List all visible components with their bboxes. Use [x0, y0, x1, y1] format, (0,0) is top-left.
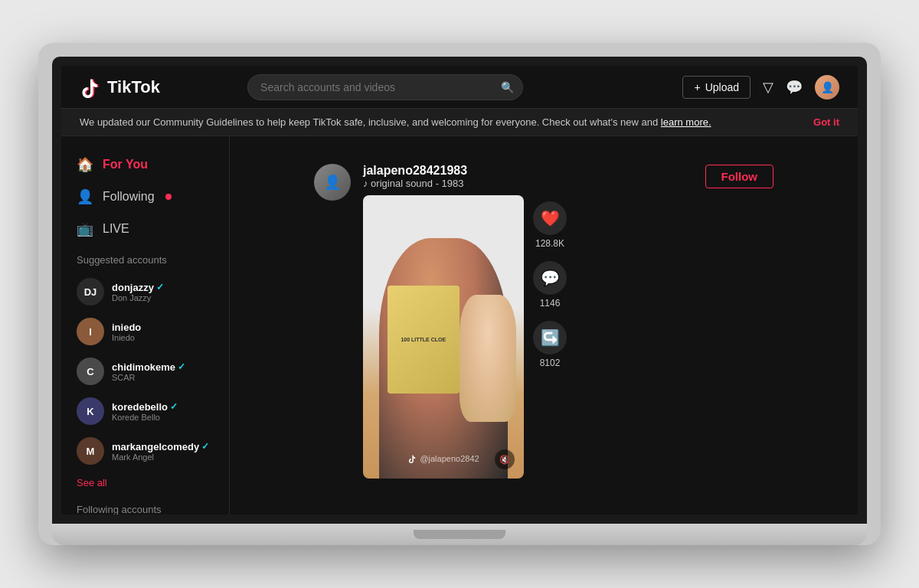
account-handle: Don Jazzy: [112, 293, 164, 302]
main-layout: 🏠 For You 👤 Following 📺 LIVE: [61, 136, 858, 514]
list-item[interactable]: M markangelcomedy ✓ Mark Angel: [61, 431, 229, 471]
for-you-label: For You: [103, 158, 148, 172]
see-all-button[interactable]: See all: [61, 471, 229, 495]
sidebar: 🏠 For You 👤 Following 📺 LIVE: [61, 136, 230, 514]
logo-text: TikTok: [107, 77, 160, 97]
upload-label: Upload: [705, 81, 739, 93]
verified-icon: ✓: [156, 282, 164, 292]
filter-icon[interactable]: ▽: [763, 79, 773, 96]
search-icon[interactable]: 🔍: [501, 81, 514, 93]
like-count: 128.8K: [535, 238, 564, 249]
screen-bezel: TikTok 🔍 + Upload ▽ 💬: [52, 57, 867, 524]
account-handle: Iniedo: [112, 333, 141, 342]
avatar: C: [77, 358, 104, 385]
avatar: DJ: [77, 278, 104, 305]
laptop-frame: TikTok 🔍 + Upload ▽ 💬: [38, 43, 881, 545]
user-avatar[interactable]: 👤: [815, 75, 839, 100]
share-count: 8102: [540, 358, 561, 368]
learn-more-link[interactable]: learn more.: [661, 116, 711, 128]
search-bar: 🔍: [247, 74, 523, 100]
content-area: 👤 jalapeno28421983 ♪ original so: [230, 136, 858, 514]
like-button[interactable]: ❤️ 128.8K: [533, 201, 567, 249]
following-accounts-title: Following accounts: [61, 495, 229, 514]
sidebar-item-following[interactable]: 👤 Following: [61, 181, 229, 213]
video-post: 👤 jalapeno28421983 ♪ original so: [314, 152, 773, 491]
account-name: chidimokeme ✓: [112, 361, 185, 373]
post-sound: ♪ original sound - 1983: [363, 178, 467, 189]
following-label: Following: [103, 190, 155, 204]
action-buttons: ❤️ 128.8K 💬 1146: [533, 195, 567, 479]
suggested-accounts-title: Suggested accounts: [61, 245, 229, 272]
book-prop: 100 LITTLE CLOE: [388, 286, 460, 394]
account-name: donjazzy ✓: [112, 282, 164, 293]
tiktok-app: TikTok 🔍 + Upload ▽ 💬: [61, 66, 858, 514]
notification-bar: We updated our Community Guidelines to h…: [61, 109, 858, 136]
header: TikTok 🔍 + Upload ▽ 💬: [61, 66, 858, 109]
laptop-base: [52, 524, 867, 545]
live-icon: 📺: [77, 220, 93, 237]
tiktok-watermark: @jalapeno2842: [407, 454, 479, 463]
mute-button[interactable]: 🔇: [495, 449, 515, 469]
list-item[interactable]: K koredebello ✓ Korede Bello: [61, 391, 229, 431]
upload-button[interactable]: + Upload: [682, 76, 751, 99]
header-actions: + Upload ▽ 💬 👤: [682, 75, 839, 100]
avatar: I: [77, 318, 104, 345]
account-handle: Mark Angel: [112, 452, 209, 462]
follow-button[interactable]: Follow: [705, 165, 774, 188]
messages-icon[interactable]: 💬: [786, 79, 803, 96]
avatar: K: [77, 397, 104, 425]
notification-text: We updated our Community Guidelines to h…: [80, 116, 711, 128]
tiktok-logo-icon: [80, 77, 101, 98]
account-name: iniedo: [112, 322, 141, 333]
verified-icon: ✓: [170, 401, 178, 412]
list-item[interactable]: I iniedo Iniedo: [61, 312, 229, 351]
post-avatar[interactable]: 👤: [314, 164, 351, 201]
share-button[interactable]: ↪️ 8102: [533, 321, 567, 368]
verified-icon: ✓: [178, 361, 185, 372]
tiktok-logo[interactable]: TikTok: [80, 77, 160, 98]
sidebar-item-live[interactable]: 📺 LIVE: [61, 213, 229, 245]
laptop-notch: [414, 530, 505, 539]
post-header: jalapeno28421983 ♪ original sound - 1983…: [363, 164, 773, 189]
got-it-button[interactable]: Got it: [813, 116, 839, 128]
tiktok-watermark-icon: [407, 454, 417, 463]
list-item[interactable]: C chidimokeme ✓ SCAR: [61, 351, 229, 391]
video-thumbnail[interactable]: 100 LITTLE CLOE: [363, 195, 524, 479]
account-name: markangelcomedy ✓: [112, 441, 209, 452]
comment-button[interactable]: 💬 1146: [533, 261, 567, 309]
account-handle: Korede Bello: [112, 413, 178, 422]
account-name: koredebello ✓: [112, 401, 178, 413]
live-label: LIVE: [103, 222, 129, 236]
comment-count: 1146: [540, 298, 561, 309]
following-badge: [165, 194, 172, 200]
home-icon: 🏠: [77, 156, 93, 173]
video-wrapper: 100 LITTLE CLOE: [363, 195, 773, 479]
feed-container: 👤 jalapeno28421983 ♪ original so: [314, 152, 773, 499]
post-username[interactable]: jalapeno28421983: [363, 164, 467, 178]
upload-prefix: +: [694, 81, 700, 93]
search-input[interactable]: [247, 74, 523, 100]
list-item[interactable]: DJ donjazzy ✓ Don Jazzy: [61, 272, 229, 312]
avatar: M: [77, 437, 104, 465]
following-icon: 👤: [77, 188, 93, 205]
account-handle: SCAR: [112, 373, 185, 382]
verified-icon: ✓: [201, 441, 209, 452]
sidebar-item-for-you[interactable]: 🏠 For You: [61, 149, 229, 181]
screen: TikTok 🔍 + Upload ▽ 💬: [61, 66, 858, 514]
